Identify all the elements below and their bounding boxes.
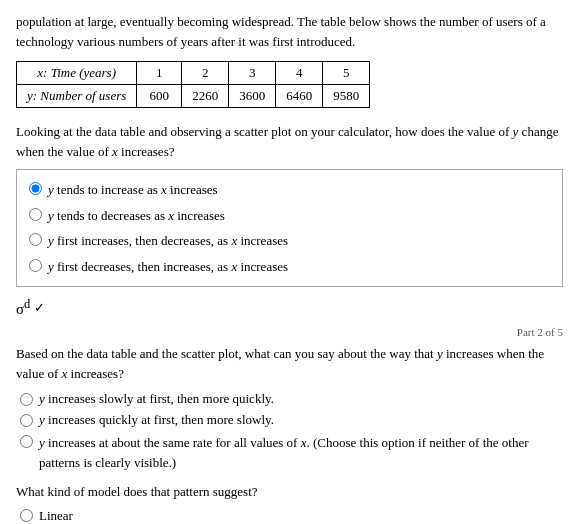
q1c-radio[interactable] (29, 233, 42, 246)
table-val-4: 6460 (276, 85, 323, 108)
table-col-3: 3 (229, 62, 276, 85)
question2-options: y increases slowly at first, then more q… (16, 391, 563, 472)
q1b-radio[interactable] (29, 208, 42, 221)
q1-option-d[interactable]: y first decreases, then increases, as x … (29, 257, 550, 277)
q2a-radio[interactable] (20, 393, 33, 406)
question3-options: Linear Logarithmic Quadratic Exponential (16, 508, 563, 525)
q3a-radio[interactable] (20, 509, 33, 522)
table-col-2: 2 (182, 62, 229, 85)
q2-option-c[interactable]: y increases at about the same rate for a… (20, 433, 559, 472)
table-col-4: 4 (276, 62, 323, 85)
table-val-5: 9580 (323, 85, 370, 108)
sigma-icon: σd (16, 297, 30, 318)
q2c-radio[interactable] (20, 435, 33, 448)
part-badge: Part 2 of 5 (16, 322, 563, 338)
question1-text: Looking at the data table and observing … (16, 122, 563, 161)
table-val-2: 2260 (182, 85, 229, 108)
q2-option-b[interactable]: y increases quickly at first, then more … (20, 412, 559, 428)
q1-option-a[interactable]: y tends to increase as x increases (29, 180, 550, 200)
question3-text: What kind of model does that pattern sug… (16, 482, 563, 502)
question1-options-box: y tends to increase as x increases y ten… (16, 169, 563, 287)
q2-option-a[interactable]: y increases slowly at first, then more q… (20, 391, 559, 407)
table-val-1: 600 (137, 85, 182, 108)
table-header-x: x: Time (years) (17, 62, 137, 85)
q3a-label: Linear (39, 508, 73, 524)
table-col-1: 1 (137, 62, 182, 85)
q1b-label: y tends to decreases as x increases (48, 206, 225, 226)
table-col-5: 5 (323, 62, 370, 85)
intro-paragraph: population at large, eventually becoming… (16, 12, 563, 51)
q2c-label: y increases at about the same rate for a… (39, 433, 559, 472)
table-val-3: 3600 (229, 85, 276, 108)
q2b-label: y increases quickly at first, then more … (39, 412, 274, 428)
check-mark: ✓ (34, 300, 45, 316)
q2a-label: y increases slowly at first, then more q… (39, 391, 274, 407)
data-table: x: Time (years) 1 2 3 4 5 y: Number of u… (16, 61, 370, 108)
q1d-radio[interactable] (29, 259, 42, 272)
q1a-radio[interactable] (29, 182, 42, 195)
q1c-label: y first increases, then decreases, as x … (48, 231, 288, 251)
q3-option-linear[interactable]: Linear (20, 508, 559, 524)
q2b-radio[interactable] (20, 414, 33, 427)
table-header-y: y: Number of users (17, 85, 137, 108)
q1d-label: y first decreases, then increases, as x … (48, 257, 288, 277)
question2-text: Based on the data table and the scatter … (16, 344, 563, 383)
check-area: σd ✓ (16, 295, 563, 322)
q1a-label: y tends to increase as x increases (48, 180, 218, 200)
q1-option-b[interactable]: y tends to decreases as x increases (29, 206, 550, 226)
q1-option-c[interactable]: y first increases, then decreases, as x … (29, 231, 550, 251)
